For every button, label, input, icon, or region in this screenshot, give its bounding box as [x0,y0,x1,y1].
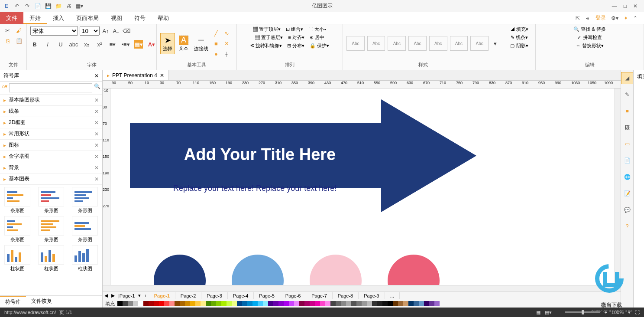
protect-button[interactable]: 🔒 保护▾ [310,43,329,49]
image-tool-icon[interactable]: 🖼 [621,121,633,134]
bold-icon[interactable]: B [30,40,39,49]
line-spacing-icon[interactable]: ≡▾ [108,40,117,49]
curve-shape-icon[interactable]: ∿ [222,29,231,37]
color-swatch[interactable] [289,301,294,306]
underline-icon[interactable]: U [56,40,65,49]
page-next-icon[interactable]: ▶ [110,293,117,298]
tab-close-icon[interactable]: ✕ [160,72,164,79]
color-swatch[interactable] [346,301,351,306]
circle-shape[interactable] [388,255,440,285]
align-button[interactable]: ≡ 对齐▾ [288,34,304,41]
symbol-category[interactable]: ▸2D框图✕ [0,117,102,128]
color-swatch[interactable] [185,301,190,306]
style-preset-4[interactable]: Abc [408,36,427,51]
send-back-button[interactable]: ▦ 置于底层▾ [255,34,283,41]
color-swatch[interactable] [403,301,408,306]
zoom-in-icon[interactable]: + [604,310,607,315]
color-swatch[interactable] [310,301,315,306]
view-mode-icon[interactable]: ▦ [536,310,540,315]
fill-option[interactable]: 单色渐变填充 [637,175,644,223]
color-swatch[interactable] [330,301,336,306]
delete-shape-icon[interactable]: ✕ [222,39,231,48]
color-swatch[interactable] [242,301,247,306]
color-swatch[interactable] [143,301,149,306]
page-tab[interactable]: Page-8 [333,292,359,299]
strike-icon[interactable]: abc [69,40,78,49]
undo-icon[interactable]: ↶ [13,2,21,10]
color-swatch[interactable] [190,301,195,306]
bring-front-button[interactable]: ▦ 置于顶层▾ [253,26,281,33]
page-tab[interactable]: Page-5 [254,292,280,299]
color-swatch[interactable] [128,301,133,306]
share-icon[interactable]: ⪪ [585,15,590,21]
color-swatch[interactable] [414,301,419,306]
color-swatch[interactable] [258,301,263,306]
color-swatch[interactable] [164,301,169,306]
export-icon[interactable]: ⇱ [576,15,580,21]
symbol-item[interactable]: 条形图 [2,187,32,214]
symbol-category[interactable]: ▸图标✕ [0,140,102,151]
category-close-icon[interactable]: ✕ [94,165,99,171]
zoom-out-icon[interactable]: — [556,310,561,315]
color-swatch[interactable] [169,301,175,306]
hyperlink-tool-icon[interactable]: 🌐 [621,171,633,183]
color-swatch[interactable] [154,301,159,306]
symbol-search-input[interactable] [9,83,92,92]
print-icon[interactable]: 🖨 [65,2,73,10]
color-swatch[interactable] [408,301,414,306]
style-preset-3[interactable]: Abc [388,36,406,51]
color-swatch[interactable] [320,301,325,306]
color-swatch[interactable] [138,301,143,306]
copy-icon[interactable]: ⎘ [3,36,12,45]
symbol-category[interactable]: ▸基本图表✕ [0,173,102,185]
superscript-icon[interactable]: x² [95,40,104,49]
tab-start[interactable]: 开始 [23,12,47,24]
symbol-category[interactable]: ▸背景✕ [0,162,102,173]
color-swatch[interactable] [419,301,424,306]
color-swatch[interactable] [388,301,393,306]
status-url[interactable]: http://www.edrawsoft.cn/ [4,310,56,315]
tab-layout[interactable]: 页面布局 [70,12,105,24]
color-swatch[interactable] [377,301,382,306]
category-close-icon[interactable]: ✕ [94,97,99,103]
fill-option[interactable]: 图案填充 [637,223,644,256]
group-button[interactable]: ⊡ 组合▾ [286,26,303,33]
page-tab[interactable]: Page-2 [175,292,201,299]
font-color-icon[interactable]: A▾ [147,40,156,49]
italic-icon[interactable]: I [43,40,52,49]
fill-tool-icon[interactable]: ◢ [621,72,633,84]
color-swatch[interactable] [362,301,367,306]
page-tab[interactable]: Page-7 [306,292,332,299]
color-swatch[interactable] [304,301,310,306]
minimize-button[interactable]: — [612,3,617,9]
center-button[interactable]: ⊕ 居中 [310,34,324,41]
page-more[interactable]: ... [385,292,400,299]
size-button[interactable]: ⛶ 大小▾ [308,26,327,33]
symbol-item[interactable]: 条形图 [2,216,32,243]
tab-symbols[interactable]: 符号 [128,12,152,24]
tool-connector[interactable]: ─连接线 [192,33,210,54]
page-tab[interactable]: Page-1 [149,292,175,299]
color-swatch[interactable] [325,301,330,306]
symbol-item[interactable]: 条形图 [36,187,66,214]
line-button[interactable]: ✎ 线条▾ [511,34,528,41]
color-swatch[interactable] [367,301,372,306]
page-tab[interactable]: Page-4 [228,292,254,299]
rotate-button[interactable]: ⟲ 旋转和镜像▾ [250,43,282,49]
symbol-category[interactable]: ▸线条✕ [0,106,102,117]
color-swatch[interactable] [393,301,398,306]
open-icon[interactable]: 📁 [54,2,63,10]
page-add-icon[interactable]: + [142,293,149,298]
color-swatch[interactable] [398,301,403,306]
symbol-item[interactable]: 柱状图 [36,245,66,272]
category-close-icon[interactable]: ✕ [94,142,99,148]
redo-icon[interactable]: ↷ [23,2,32,10]
symbol-category[interactable]: ▸常用形状✕ [0,128,102,140]
style-preset-1[interactable]: Abc [346,36,365,51]
tab-insert[interactable]: 插入 [47,12,70,24]
fill-button[interactable]: ◢ 填充▾ [510,26,528,33]
color-swatch[interactable] [299,301,304,306]
color-swatch[interactable] [252,301,258,306]
grow-font-icon[interactable]: A↑ [101,26,110,35]
color-swatch[interactable] [123,301,128,306]
